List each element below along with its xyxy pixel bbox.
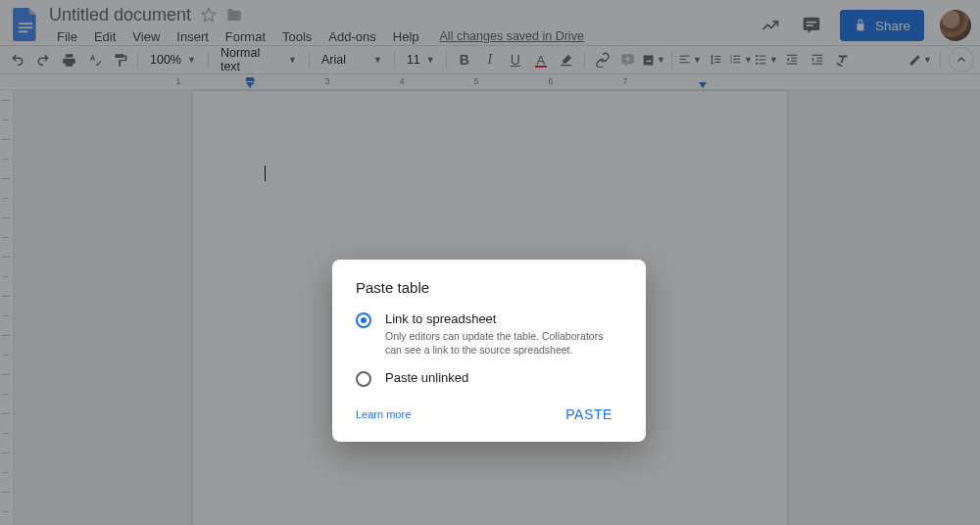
paste-table-dialog: Paste table Link to spreadsheet Only edi… bbox=[332, 260, 646, 442]
radio-link-spreadsheet[interactable] bbox=[356, 312, 371, 328]
option-label: Link to spreadsheet bbox=[385, 311, 606, 326]
radio-paste-unlinked[interactable] bbox=[356, 371, 371, 387]
option-description: Only editors can update the table. Colla… bbox=[385, 329, 606, 357]
option-link-spreadsheet[interactable]: Link to spreadsheet Only editors can upd… bbox=[356, 311, 622, 357]
option-paste-unlinked[interactable]: Paste unlinked bbox=[356, 370, 622, 387]
option-label: Paste unlinked bbox=[385, 370, 468, 385]
paste-button[interactable]: PASTE bbox=[556, 401, 622, 428]
learn-more-link[interactable]: Learn more bbox=[356, 408, 411, 420]
dialog-title: Paste table bbox=[356, 279, 622, 296]
